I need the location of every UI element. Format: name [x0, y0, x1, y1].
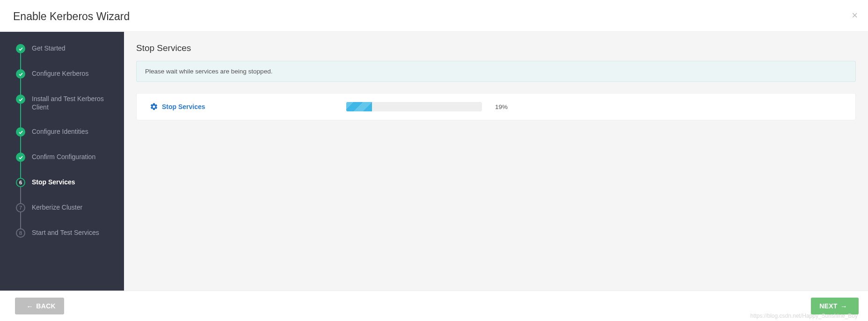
- step-label: Kerberize Cluster: [32, 203, 82, 212]
- task-panel: Stop Services 19%: [136, 93, 856, 120]
- page-title: Stop Services: [136, 43, 856, 53]
- step-get-started[interactable]: Get Started: [16, 44, 116, 69]
- step-label: Configure Kerberos: [32, 69, 88, 78]
- wizard-steps: Get Started Configure Kerberos Install a…: [16, 44, 116, 238]
- check-icon: [16, 153, 25, 162]
- next-button[interactable]: NEXT →: [811, 298, 859, 314]
- step-label: Get Started: [32, 44, 66, 53]
- step-start-test-services[interactable]: 8 Start and Test Services: [16, 228, 116, 238]
- back-button-label: BACK: [36, 302, 56, 310]
- progress-percentage: 19%: [495, 103, 508, 110]
- modal-title: Enable Kerberos Wizard: [13, 10, 855, 23]
- kerberos-wizard-modal: Enable Kerberos Wizard × Get Started Con…: [0, 0, 868, 321]
- info-banner: Please wait while services are being sto…: [136, 61, 856, 82]
- step-number-badge: 7: [16, 203, 25, 212]
- modal-body: Get Started Configure Kerberos Install a…: [0, 32, 868, 291]
- step-configure-kerberos[interactable]: Configure Kerberos: [16, 69, 116, 95]
- check-icon: [16, 127, 25, 137]
- arrow-right-icon: →: [840, 302, 847, 310]
- arrow-left-icon: ←: [26, 302, 33, 310]
- step-configure-identities[interactable]: Configure Identities: [16, 127, 116, 153]
- progress-bar-track: [346, 102, 482, 111]
- wizard-sidebar: Get Started Configure Kerberos Install a…: [0, 32, 124, 291]
- step-install-test-client[interactable]: Install and Test Kerberos Client: [16, 95, 116, 127]
- step-stop-services[interactable]: 6 Stop Services: [16, 178, 116, 203]
- wizard-main: Stop Services Please wait while services…: [124, 32, 868, 291]
- check-icon: [16, 44, 25, 53]
- check-icon: [16, 95, 25, 104]
- step-label: Confirm Configuration: [32, 153, 95, 161]
- task-link-wrap: Stop Services: [150, 102, 346, 111]
- gear-icon: [150, 102, 158, 111]
- next-button-label: NEXT: [819, 302, 838, 310]
- modal-header: Enable Kerberos Wizard ×: [0, 0, 868, 32]
- step-confirm-configuration[interactable]: Confirm Configuration: [16, 153, 116, 178]
- step-label: Stop Services: [32, 178, 75, 187]
- back-button[interactable]: ← BACK: [15, 298, 64, 314]
- step-label: Start and Test Services: [32, 228, 99, 237]
- task-link[interactable]: Stop Services: [162, 103, 205, 110]
- check-icon: [16, 69, 25, 79]
- step-number-badge: 8: [16, 228, 25, 238]
- modal-footer: ← BACK NEXT →: [0, 291, 868, 321]
- step-label: Configure Identities: [32, 127, 88, 136]
- step-kerberize-cluster[interactable]: 7 Kerberize Cluster: [16, 203, 116, 228]
- progress-bar-fill: [346, 102, 372, 111]
- close-icon[interactable]: ×: [852, 10, 858, 21]
- step-number-badge: 6: [16, 178, 25, 187]
- step-label: Install and Test Kerberos Client: [32, 95, 111, 111]
